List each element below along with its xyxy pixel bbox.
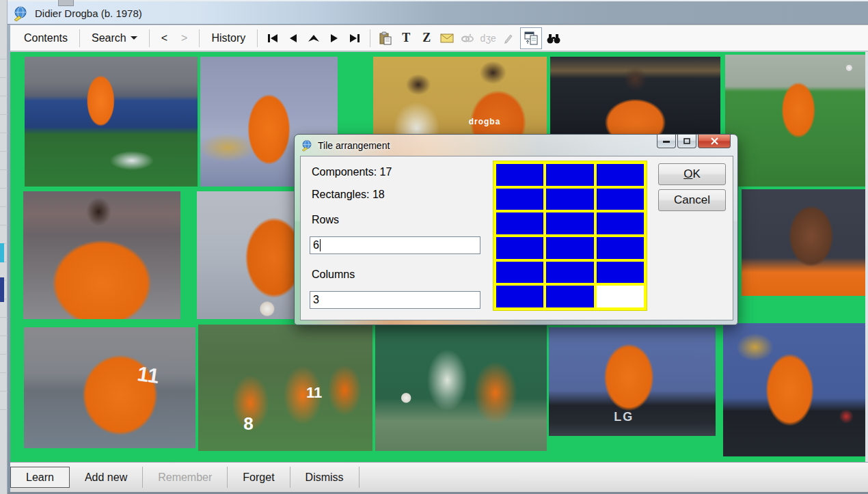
paste-button[interactable] [377, 29, 394, 47]
tile-cell-empty[interactable] [597, 286, 644, 307]
sort-tool-icon: Z [422, 31, 431, 45]
ok-accel: O [683, 167, 692, 180]
tile-cell-filled[interactable] [496, 262, 543, 284]
tile-view-button-active[interactable] [520, 27, 542, 49]
photo-r2pr[interactable] [742, 189, 868, 296]
tile-cell-filled[interactable] [546, 212, 593, 234]
dialog-title: Tile arrangement [318, 140, 390, 151]
rows-label: Rows [312, 214, 339, 226]
dialog-caption-buttons [657, 135, 731, 148]
tile-cell-filled[interactable] [496, 286, 543, 307]
dialog-body: Components: 17 Rectangles: 18 Rows 6 Col… [300, 156, 733, 320]
columns-label: Columns [312, 269, 355, 281]
last-record-button[interactable] [344, 29, 365, 47]
app-icon [12, 5, 29, 22]
cancel-button[interactable]: Cancel [658, 189, 726, 211]
tile-cell-filled[interactable] [597, 262, 644, 284]
find-button[interactable] [545, 29, 562, 47]
up-level-button[interactable] [303, 29, 324, 47]
previous-record-button[interactable] [283, 29, 303, 47]
photo-r3p1[interactable]: 11 [24, 327, 195, 448]
minimize-icon [663, 140, 670, 143]
last-record-icon [349, 33, 360, 43]
ok-button[interactable]: OK [658, 163, 726, 185]
forget-button[interactable]: Forget [228, 467, 290, 488]
close-button[interactable] [698, 135, 731, 148]
photo-r3p5[interactable] [723, 323, 868, 456]
background-window-strip [0, 0, 8, 494]
tile-cell-filled[interactable] [597, 237, 644, 259]
paste-icon [379, 31, 392, 45]
tile-cell-filled[interactable] [546, 262, 593, 284]
search-label: Search [92, 32, 126, 44]
background-window-lines [0, 41, 8, 424]
columns-value: 3 [313, 294, 319, 306]
photo-r2p1[interactable] [23, 191, 180, 319]
next-record-button[interactable] [324, 29, 344, 47]
learn-button[interactable]: Learn [10, 467, 70, 488]
tile-cell-filled[interactable] [546, 286, 593, 307]
dialog-app-icon [301, 139, 313, 152]
pronunciation-button-disabled[interactable]: dʒe [479, 29, 497, 47]
rows-input[interactable]: 6 [310, 236, 480, 254]
toolbar-separator [257, 29, 258, 47]
toolbar-separator [199, 29, 200, 47]
previous-record-icon [289, 33, 297, 43]
edit-pen-button-disabled[interactable] [500, 29, 517, 47]
window-titlebar[interactable]: Didier Drogba (b. 1978) [8, 0, 868, 25]
sort-tool-button[interactable]: Z [418, 29, 435, 47]
bottom-bar: LearnAdd newRememberForgetDismiss [10, 462, 868, 492]
photo-r1p1[interactable] [25, 57, 198, 187]
toolbar: Contents Search < > History [10, 25, 868, 51]
binoculars-icon [546, 33, 561, 44]
tile-arrangement-dialog: Tile arrangement Components: 17 Rectangl… [294, 134, 738, 325]
photo-r1p5[interactable] [725, 55, 866, 187]
minimize-button[interactable] [657, 135, 676, 148]
text-caret [320, 239, 321, 251]
tile-cell-filled[interactable] [597, 212, 644, 234]
chevron-down-icon [131, 36, 137, 40]
tile-cell-filled[interactable] [496, 164, 543, 186]
link-button-disabled[interactable] [459, 29, 476, 47]
photo-r3p4[interactable]: LG [549, 327, 716, 436]
contents-button[interactable]: Contents [17, 30, 74, 46]
dismiss-button[interactable]: Dismiss [290, 467, 360, 488]
maximize-icon [683, 138, 690, 144]
history-button[interactable]: History [204, 30, 252, 46]
window-title: Didier Drogba (b. 1978) [35, 8, 142, 19]
mail-button[interactable] [438, 29, 456, 47]
photo-overlay-text: LG [614, 410, 634, 424]
window-right-border [865, 52, 868, 462]
photo-r3p2[interactable]: 118 [198, 325, 372, 451]
maximize-button[interactable] [677, 135, 696, 148]
pronunciation-icon: dʒe [480, 33, 496, 44]
rows-value: 6 [313, 239, 319, 251]
tile-view-icon [524, 31, 539, 46]
tile-cell-filled[interactable] [496, 189, 543, 210]
tile-cell-filled[interactable] [546, 237, 593, 259]
search-button[interactable]: Search [85, 30, 144, 46]
screen: Didier Drogba (b. 1978) Contents Search … [0, 0, 868, 494]
photo-overlay-text: drogba [469, 117, 501, 126]
link-icon [461, 33, 474, 43]
photo-overlay-text: 8 [243, 413, 253, 435]
first-record-button[interactable] [262, 29, 283, 47]
forward-button[interactable]: > [174, 30, 194, 46]
text-tool-icon: T [402, 31, 410, 45]
back-button[interactable]: < [154, 30, 174, 46]
add-new-button[interactable]: Add new [70, 467, 143, 488]
tile-cell-filled[interactable] [597, 164, 644, 186]
toolbar-separator [79, 29, 80, 47]
columns-input[interactable]: 3 [310, 291, 480, 309]
photo-r3p3[interactable] [375, 325, 547, 451]
tile-cell-filled[interactable] [496, 237, 543, 259]
tile-cell-filled[interactable] [546, 164, 593, 186]
pen-icon [503, 33, 514, 44]
photo-overlay-text: 11 [135, 362, 160, 388]
remember-button[interactable]: Remember [143, 467, 228, 488]
tile-cell-filled[interactable] [597, 189, 644, 210]
background-window-cyan-item [0, 243, 4, 262]
tile-cell-filled[interactable] [496, 212, 543, 234]
tile-cell-filled[interactable] [546, 189, 593, 210]
text-tool-button[interactable]: T [397, 29, 415, 47]
